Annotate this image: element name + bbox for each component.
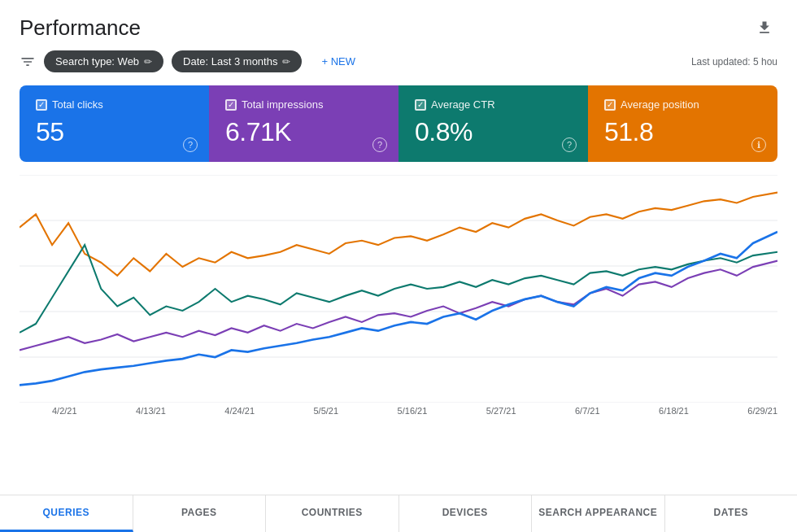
chart-container bbox=[20, 175, 777, 403]
metric-value-clicks: 55 bbox=[36, 117, 193, 147]
metric-card-impressions[interactable]: ✓ Total impressions 6.71K ? bbox=[209, 85, 398, 162]
x-label-1: 4/2/21 bbox=[52, 406, 77, 416]
pencil-icon-date: ✏ bbox=[282, 56, 290, 68]
download-icon[interactable] bbox=[751, 15, 777, 41]
toolbar: Search type: Web ✏ Date: Last 3 months ✏… bbox=[0, 41, 797, 82]
x-label-3: 4/24/21 bbox=[224, 406, 255, 416]
metric-value-ctr: 0.8% bbox=[415, 117, 572, 147]
metric-value-impressions: 6.71K bbox=[225, 117, 382, 147]
metric-card-total-clicks[interactable]: ✓ Total clicks 55 ? bbox=[20, 85, 209, 162]
info-icon-ctr[interactable]: ? bbox=[562, 137, 577, 152]
chart-svg bbox=[20, 175, 777, 403]
tab-dates[interactable]: DATES bbox=[665, 495, 798, 532]
checkbox-clicks[interactable]: ✓ bbox=[36, 99, 47, 111]
x-axis-labels: 4/2/21 4/13/21 4/24/21 5/5/21 5/16/21 5/… bbox=[20, 403, 777, 416]
metric-label-impressions: Total impressions bbox=[242, 98, 323, 111]
bottom-tabs: QUERIES PAGES COUNTRIES DEVICES SEARCH A… bbox=[0, 495, 797, 532]
x-label-4: 5/5/21 bbox=[314, 406, 339, 416]
metric-label-ctr: Average CTR bbox=[431, 98, 495, 111]
chart-area: 4/2/21 4/13/21 4/24/21 5/5/21 5/16/21 5/… bbox=[20, 175, 777, 435]
tab-search-appearance[interactable]: SEARCH APPEARANCE bbox=[532, 495, 665, 532]
new-button[interactable]: + NEW bbox=[310, 50, 367, 72]
header: Performance bbox=[0, 0, 797, 41]
tab-queries[interactable]: QUERIES bbox=[0, 495, 133, 532]
checkbox-impressions[interactable]: ✓ bbox=[225, 99, 237, 111]
info-icon-clicks[interactable]: ? bbox=[183, 137, 198, 152]
x-label-9: 6/29/21 bbox=[747, 406, 777, 416]
header-right bbox=[751, 15, 777, 41]
checkbox-position[interactable]: ✓ bbox=[604, 99, 616, 111]
page-title: Performance bbox=[20, 15, 141, 41]
x-label-7: 6/7/21 bbox=[575, 406, 600, 416]
pencil-icon: ✏ bbox=[144, 56, 152, 68]
metric-card-position[interactable]: ✓ Average position 51.8 ℹ bbox=[588, 85, 777, 162]
checkbox-ctr[interactable]: ✓ bbox=[415, 99, 426, 111]
last-updated: Last updated: 5 hou bbox=[691, 56, 777, 68]
tab-pages[interactable]: PAGES bbox=[133, 495, 267, 532]
filter-icon[interactable] bbox=[20, 54, 36, 70]
metric-label-clicks: Total clicks bbox=[52, 98, 103, 111]
metric-label-position: Average position bbox=[621, 98, 699, 111]
metric-card-ctr[interactable]: ✓ Average CTR 0.8% ? bbox=[398, 85, 588, 162]
page-wrapper: Performance Search type: Web ✏ Date: Las… bbox=[0, 0, 797, 532]
x-label-6: 5/27/21 bbox=[486, 406, 516, 416]
metric-value-position: 51.8 bbox=[604, 117, 761, 147]
date-chip[interactable]: Date: Last 3 months ✏ bbox=[172, 50, 302, 72]
x-label-2: 4/13/21 bbox=[136, 406, 166, 416]
info-icon-position[interactable]: ℹ bbox=[751, 137, 766, 152]
tab-countries[interactable]: COUNTRIES bbox=[266, 495, 399, 532]
tab-devices[interactable]: DEVICES bbox=[399, 495, 533, 532]
x-label-8: 6/18/21 bbox=[659, 406, 689, 416]
x-label-5: 5/16/21 bbox=[398, 406, 428, 416]
metric-cards: ✓ Total clicks 55 ? ✓ Total impressions … bbox=[20, 85, 777, 162]
search-type-chip[interactable]: Search type: Web ✏ bbox=[44, 50, 163, 72]
info-icon-impressions[interactable]: ? bbox=[372, 137, 387, 152]
